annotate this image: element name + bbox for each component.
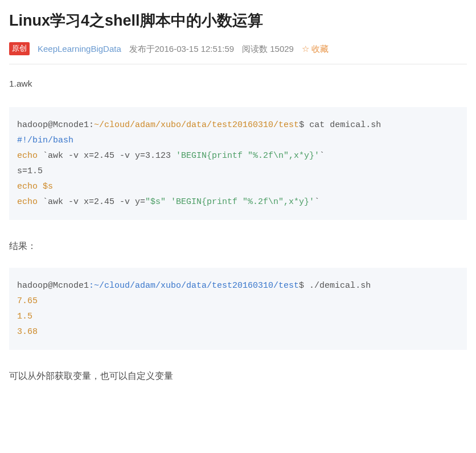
code-line: 1.5 (17, 312, 32, 321)
code-block-script: hadoop@Mcnode1:~/cloud/adam/xubo/data/te… (9, 107, 467, 220)
code-line: 7.65 (17, 296, 38, 306)
code-line: 3.68 (17, 327, 38, 337)
view-count: 阅读数 15029 (242, 42, 294, 56)
article-meta: 原创 KeepLearningBigData 发布于2016-03-15 12:… (9, 42, 467, 64)
code-line: echo `awk -v x=2.45 -v y=3.123 'BEGIN{pr… (17, 151, 325, 161)
code-line: hadoop@Mcnode1:~/cloud/adam/xubo/data/te… (17, 120, 381, 130)
code-line: echo $s (17, 182, 53, 191)
code-line: #!/bin/bash (17, 136, 73, 145)
code-block-output: hadoop@Mcnode1:~/cloud/adam/xubo/data/te… (9, 268, 467, 350)
original-badge: 原创 (9, 42, 30, 55)
section-heading: 1.awk (9, 77, 467, 91)
star-icon: ☆ (302, 44, 309, 53)
code-line: s=1.5 (17, 166, 43, 176)
code-line: hadoop@Mcnode1:~/cloud/adam/xubo/data/te… (17, 281, 371, 291)
page-title: Linux学习4之shell脚本中的小数运算 (9, 10, 467, 32)
code-line: echo `awk -v x=2.45 -v y="$s" 'BEGIN{pri… (17, 197, 319, 207)
favorite-button[interactable]: ☆ 收藏 (302, 42, 329, 56)
article-body: 1.awk hadoop@Mcnode1:~/cloud/adam/xubo/d… (9, 77, 467, 383)
result-label: 结果： (9, 239, 467, 254)
author-link[interactable]: KeepLearningBigData (38, 42, 121, 56)
footer-note: 可以从外部获取变量，也可以自定义变量 (9, 369, 467, 383)
favorite-label: 收藏 (311, 42, 329, 56)
publish-date: 发布于2016-03-15 12:51:59 (129, 42, 234, 56)
